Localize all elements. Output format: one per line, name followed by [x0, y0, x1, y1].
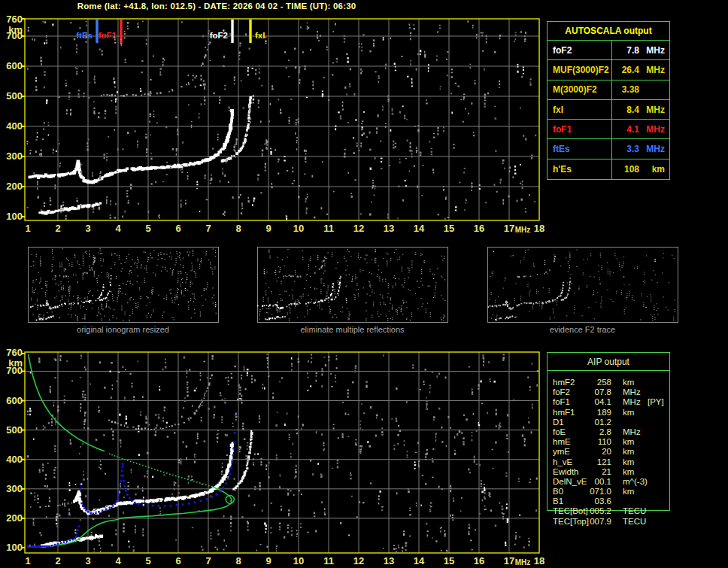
aip-unit: km	[611, 457, 646, 467]
aip-note	[646, 408, 648, 418]
aip-value: 005.2	[589, 506, 611, 516]
aip-row-foE: foE2.8MHz	[547, 427, 675, 437]
svg-text:1: 1	[25, 223, 30, 234]
autoscala-ionogram-es-trace	[38, 202, 102, 215]
aip-value: 20	[589, 447, 611, 457]
ftEs-marker-label: ftEs	[76, 31, 93, 40]
aip-unit: km	[611, 378, 646, 387]
svg-text:200: 200	[6, 512, 23, 524]
svg-text:400: 400	[6, 120, 23, 132]
aip-value: 258	[589, 378, 611, 387]
svg-text:14: 14	[414, 555, 425, 566]
aip-row-h_vE: h_vE121km	[547, 457, 675, 467]
aip-unit: km	[611, 437, 646, 447]
param-label: foF2	[548, 41, 612, 59]
aip-label: hmF2	[547, 378, 589, 387]
aip-unit: MHz	[611, 387, 646, 397]
aip-label: D1	[547, 418, 589, 427]
autoscala-table-rows: foF27.8MHzMUF(3000)F226.4MHzM(3000)F23.3…	[548, 41, 669, 179]
aip-row-D1: D101.2	[547, 418, 675, 427]
svg-text:5: 5	[145, 223, 150, 234]
param-unit: km	[639, 164, 665, 175]
aip-value: 071.0	[589, 487, 611, 497]
thumbnail-eliminate-multiples	[257, 248, 447, 323]
svg-text:4: 4	[115, 223, 121, 234]
aip-table-title: AIP output	[548, 353, 669, 371]
param-label: foF1	[548, 120, 612, 138]
aip-value: 21	[589, 467, 611, 477]
param-value: 4.1	[626, 124, 639, 135]
svg-text:15: 15	[444, 555, 454, 566]
autoscala-row-M(3000)F2: M(3000)F23.38	[548, 80, 669, 100]
param-value: 7.8	[626, 45, 639, 56]
svg-text:8: 8	[235, 223, 241, 234]
svg-text:6: 6	[175, 555, 180, 566]
aip-note	[646, 447, 648, 457]
param-label: h'Es	[548, 159, 612, 179]
thumbnail-caption-original: original ionogram resized	[28, 325, 218, 334]
autoscala-row-fxI: fxI8.4MHz	[548, 100, 669, 120]
aip-row-Ewidth: Ewidth21km	[547, 467, 675, 477]
aip-value: 07.8	[589, 387, 611, 397]
fxI-marker-line	[249, 20, 251, 43]
aip-unit	[611, 497, 646, 506]
aip-note: [PY]	[646, 397, 664, 407]
autoscala-row-foF1: foF14.1MHz	[548, 120, 669, 139]
param-value: 8.4	[626, 105, 639, 115]
aip-note	[646, 457, 648, 467]
autoscala-ionogram-f-trace-ordinary	[29, 109, 235, 184]
svg-text:5: 5	[145, 555, 150, 566]
aip-ionogram-multiple-echo	[108, 375, 213, 430]
param-unit: MHz	[639, 144, 665, 154]
aip-unit: km	[611, 447, 646, 457]
svg-text:13: 13	[384, 223, 394, 234]
svg-text:14: 14	[414, 223, 425, 234]
aip-note	[646, 506, 648, 516]
svg-text:11: 11	[323, 555, 334, 566]
param-value: 3.3	[626, 144, 639, 154]
aip-unit: TECU	[611, 517, 646, 527]
aip-label: TEC[Top]	[547, 517, 589, 527]
svg-text:760: 760	[6, 347, 23, 358]
autoscala-table-title: AUTOSCALA output	[548, 22, 669, 41]
aip-note	[646, 517, 648, 527]
autoscala-row-h'Es: h'Es108km	[548, 159, 669, 179]
svg-text:16: 16	[474, 223, 484, 234]
aip-note	[646, 487, 648, 497]
param-unit: MHz	[639, 124, 665, 135]
thumbnail-caption-eliminate: eliminate multiple reflections	[257, 325, 447, 334]
svg-text:10: 10	[293, 555, 304, 566]
svg-text:500: 500	[6, 424, 23, 436]
svg-text:3: 3	[85, 555, 90, 566]
aip-label: B1	[547, 497, 589, 506]
aip-value: 189	[589, 408, 611, 418]
autoscala-screen: 123456789101112131415161718MHz760km10020…	[0, 0, 728, 568]
aip-unit: TECU	[611, 506, 646, 516]
param-value: 26.4	[622, 65, 639, 75]
foF1-marker-label: foF1	[99, 31, 117, 40]
aip-unit: m^(-3)	[611, 477, 646, 487]
svg-text:12: 12	[353, 223, 364, 234]
aip-row-TEC[Top]: TEC[Top]007.9TECU	[547, 517, 675, 527]
aip-note	[646, 467, 648, 477]
svg-text:18: 18	[534, 555, 544, 566]
svg-text:8: 8	[235, 555, 241, 566]
aip-label: B0	[547, 487, 589, 497]
svg-text:6: 6	[175, 223, 180, 234]
aip-label: foE	[547, 427, 589, 437]
aip-unit: MHz	[611, 397, 646, 407]
aip-note	[646, 378, 648, 387]
svg-text:15: 15	[444, 223, 454, 234]
svg-text:18: 18	[534, 223, 544, 234]
aip-value: 110	[589, 437, 611, 447]
aip-unit: km	[611, 487, 646, 497]
svg-text:700: 700	[6, 365, 23, 376]
param-label: M(3000)F2	[548, 80, 612, 99]
svg-text:100: 100	[6, 211, 23, 222]
aip-label: TEC[Bot]	[547, 506, 589, 516]
svg-text:500: 500	[6, 90, 23, 102]
aip-row-B0: B0071.0km	[547, 487, 675, 497]
aip-label: hmE	[547, 437, 589, 447]
aip-row-TEC[Bot]: TEC[Bot]005.2TECU	[547, 506, 675, 516]
aip-value: 01.2	[589, 418, 611, 427]
